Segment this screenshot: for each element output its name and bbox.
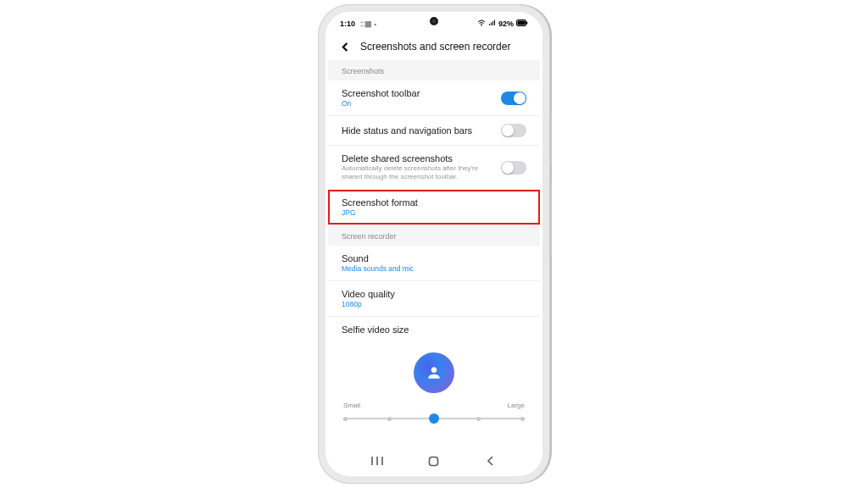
front-camera (430, 17, 438, 25)
slider-large-label: Large (508, 402, 525, 409)
svg-point-0 (481, 25, 481, 25)
toggle-hide-bars[interactable] (501, 124, 526, 137)
svg-rect-7 (430, 457, 438, 465)
navigation-bar (328, 448, 540, 474)
status-notif-icons: ⁚⁚ ⬛ • (360, 21, 376, 27)
row-label: Hide status and navigation bars (342, 125, 494, 136)
row-label: Screenshot format (342, 197, 526, 208)
page-title: Screenshots and screen recorder (360, 41, 510, 53)
phone-frame: 1:10 ⁚⁚ ⬛ • 92% Screenshots and screen r… (326, 12, 542, 476)
slider-thumb[interactable] (429, 413, 439, 424)
svg-rect-3 (526, 22, 527, 25)
side-button (549, 114, 552, 164)
section-title-recorder: Screen recorder (328, 225, 540, 246)
row-sub: Media sounds and mic (342, 264, 526, 273)
row-label: Selfie video size (342, 324, 526, 335)
settings-list: Screenshots Screenshot toolbar On Hide s… (328, 60, 540, 448)
section-title-screenshots: Screenshots (328, 60, 540, 80)
toggle-delete-shared[interactable] (501, 161, 526, 175)
row-hide-bars[interactable]: Hide status and navigation bars (328, 116, 540, 146)
size-slider[interactable] (343, 413, 525, 424)
back-button[interactable] (338, 40, 352, 53)
svg-rect-2 (518, 21, 526, 25)
screen: 1:10 ⁚⁚ ⬛ • 92% Screenshots and screen r… (328, 14, 540, 474)
row-screenshot-format[interactable]: Screenshot format JPG (328, 190, 540, 225)
nav-home-icon[interactable] (426, 453, 442, 469)
avatar-icon (414, 352, 454, 393)
app-bar: Screenshots and screen recorder (328, 33, 540, 60)
row-desc: Automatically delete screenshots after t… (342, 164, 494, 181)
row-video-quality[interactable]: Video quality 1080p (328, 281, 540, 317)
row-sub: On (342, 99, 494, 108)
size-slider-row: Small Large (328, 396, 540, 431)
row-screenshot-toolbar[interactable]: Screenshot toolbar On (328, 80, 540, 116)
row-sound[interactable]: Sound Media sounds and mic (328, 246, 540, 281)
row-selfie-size[interactable]: Selfie video size (328, 317, 540, 342)
row-sub: JPG (342, 208, 526, 217)
row-delete-shared[interactable]: Delete shared screenshots Automatically … (328, 146, 540, 190)
battery-icon (516, 19, 528, 28)
nav-back-icon[interactable] (483, 453, 498, 469)
selfie-preview (328, 342, 540, 396)
battery-percent: 92% (498, 19, 514, 28)
nav-recents-icon[interactable] (370, 453, 385, 469)
status-time: 1:10 (340, 19, 355, 28)
row-label: Screenshot toolbar (342, 88, 494, 98)
toggle-screenshot-toolbar[interactable] (501, 92, 526, 105)
row-label: Delete shared screenshots (342, 153, 494, 164)
status-time-group: 1:10 ⁚⁚ ⬛ • (340, 19, 376, 28)
side-button (549, 181, 552, 258)
row-sub: 1080p (342, 300, 526, 308)
slider-small-label: Small (343, 402, 360, 409)
row-label: Sound (342, 253, 526, 263)
wifi-icon (477, 19, 486, 28)
row-label: Video quality (342, 289, 526, 299)
signal-icon (488, 19, 496, 28)
